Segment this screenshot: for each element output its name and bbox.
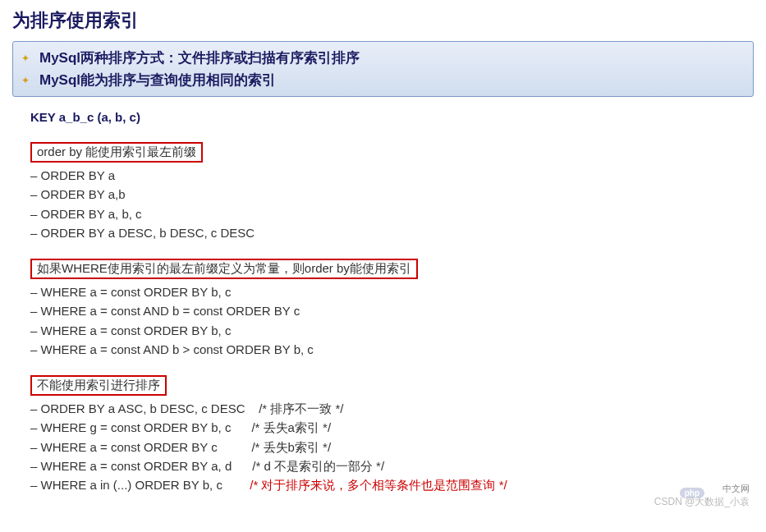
code-line: – WHERE a = const AND b = const ORDER BY… [30,301,754,320]
code-line: – WHERE a = const ORDER BY a, d /* d 不是索… [30,456,754,475]
code-line: – ORDER BY a ASC, b DESC, c DESC /* 排序不一… [30,399,754,418]
line-text: – ORDER BY a ASC, b DESC, c DESC [30,401,259,415]
code-line: – WHERE a in (...) ORDER BY b, c /* 对于排序… [30,475,754,494]
content-area: KEY a_b_c (a, b, c) order by 能使用索引最左前缀– … [12,110,754,494]
line-comment: /* 丢失b索引 */ [251,440,331,454]
callout-text: MySql能为排序与查询使用相同的索引 [39,71,276,89]
section: 如果WHERE使用索引的最左前缀定义为常量，则order by能使用索引– WH… [30,259,754,359]
section-header: order by 能使用索引最左前缀 [30,142,203,163]
line-text: – WHERE a in (...) ORDER BY b, c [30,478,250,492]
bullet-icon: ✦ [21,75,33,86]
bullet-icon: ✦ [21,53,33,64]
line-text: – ORDER BY a,b [30,187,126,201]
callout-item: ✦ MySql两种排序方式：文件排序或扫描有序索引排序 [21,47,745,69]
watermark-cnnet: 中文网 [722,483,750,495]
key-definition: KEY a_b_c (a, b, c) [30,110,754,124]
line-text: – WHERE a = const ORDER BY a, d [30,459,252,473]
code-line: – WHERE a = const ORDER BY c /* 丢失b索引 */ [30,438,754,456]
line-text: – WHERE a = const AND b > const ORDER BY… [30,342,314,356]
callout-text: MySql两种排序方式：文件排序或扫描有序索引排序 [39,48,360,67]
page-title: 为排序使用索引 [12,8,754,33]
code-line: – WHERE a = const ORDER BY b, c [30,282,754,301]
line-text: – WHERE a = const AND b = const ORDER BY… [30,304,300,318]
callout-box: ✦ MySql两种排序方式：文件排序或扫描有序索引排序 ✦ MySql能为排序与… [12,41,754,97]
line-text: – ORDER BY a [30,168,115,182]
code-line: – ORDER BY a, b, c [30,204,754,223]
code-line: – ORDER BY a DESC, b DESC, c DESC [30,223,754,242]
line-text: – WHERE a = const ORDER BY b, c [30,285,231,299]
section-header: 不能使用索引进行排序 [30,375,167,396]
code-line: – WHERE g = const ORDER BY b, c /* 丢失a索引… [30,418,754,437]
line-text: – ORDER BY a, b, c [30,207,142,221]
code-line: – WHERE a = const AND b > const ORDER BY… [30,340,754,359]
line-text: – WHERE a = const ORDER BY b, c [30,323,231,337]
line-text: – WHERE g = const ORDER BY b, c [30,420,251,434]
line-comment: /* 排序不一致 */ [259,401,343,415]
code-line: – ORDER BY a [30,166,754,185]
watermark-csdn: CSDN @大数据_小袁 [654,495,750,509]
line-comment: /* 对于排序来说，多个相等条件也是范围查询 */ [250,478,507,492]
callout-item: ✦ MySql能为排序与查询使用相同的索引 [21,69,745,91]
section-header: 如果WHERE使用索引的最左前缀定义为常量，则order by能使用索引 [30,259,418,279]
section: 不能使用索引进行排序– ORDER BY a ASC, b DESC, c DE… [30,375,754,494]
section: order by 能使用索引最左前缀– ORDER BY a– ORDER BY… [30,142,754,242]
code-line: – WHERE a = const ORDER BY b, c [30,321,754,340]
line-text: – WHERE a = const ORDER BY c [30,440,251,454]
line-comment: /* d 不是索引的一部分 */ [252,459,384,473]
line-text: – ORDER BY a DESC, b DESC, c DESC [30,226,255,240]
code-line: – ORDER BY a,b [30,185,754,204]
line-comment: /* 丢失a索引 */ [251,420,331,434]
